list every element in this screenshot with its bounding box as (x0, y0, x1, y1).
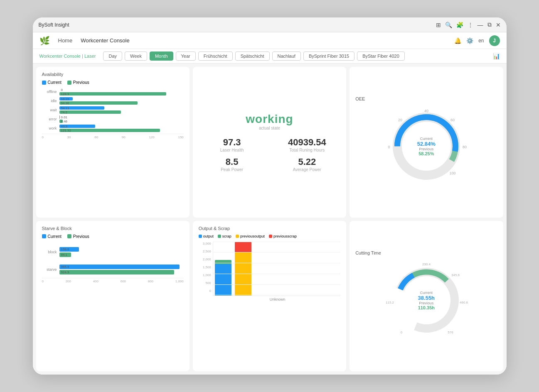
cutting-previous-val: 110.35h (418, 305, 435, 310)
legend-scrap: scrap (218, 234, 231, 238)
starve-x-axis: 02004006008001,000 (42, 278, 184, 283)
nav-bar: 🌿 Home Workcenter Console 🔔 ⚙️ en J (33, 32, 507, 49)
legend-current: Current (42, 80, 62, 85)
availability-chart: offline 0 128.9 idle 16.15 94.36 w (42, 88, 184, 139)
filter-week[interactable]: Week (125, 51, 147, 61)
avg-power-label: Average Power (273, 167, 340, 172)
cutting-previous-label: Previous (418, 301, 435, 305)
svg-text:0: 0 (401, 331, 403, 334)
availability-legend: Current Previous (42, 80, 184, 85)
laser-health-label: Laser Health (199, 148, 266, 152)
cutting-center: Current 38.55h Previous 110.35h (418, 290, 435, 310)
filter-bar: Workcenter Console | Laser Day Week Mont… (33, 49, 507, 64)
translate-icon[interactable]: ⊞ (436, 22, 441, 28)
total-running-val: 40939.54 (273, 137, 340, 148)
svg-text:115.2: 115.2 (386, 301, 394, 304)
bars-area (213, 242, 340, 296)
puzzle-icon[interactable]: 🧩 (456, 22, 463, 28)
bell-icon[interactable]: 🔔 (454, 37, 461, 44)
oee-previous-label: Previous (417, 147, 436, 151)
oee-previous-val: 58.25% (417, 151, 436, 156)
prevoutput-bar (235, 252, 251, 296)
filter-bystar[interactable]: ByStar Fiber 4020 (357, 51, 405, 61)
svg-text:80: 80 (463, 145, 467, 149)
starve-title: Starve & Block (42, 226, 184, 231)
starve-block-card: Starve & Block Current Previous block 15… (36, 221, 190, 372)
previous-dot (67, 81, 71, 85)
filter-bysprint[interactable]: BySprint Fiber 3015 (303, 51, 354, 61)
bar-row-error: error 0.01 4.46 (42, 115, 184, 123)
cutting-time-card: Cutting Time 230.4 345.6 460.8 576 0 115… (349, 221, 503, 372)
scrap-bar (215, 260, 231, 264)
more-icon[interactable]: ⋮ (468, 22, 473, 28)
status-state-wrap: working actual state (246, 113, 293, 137)
availability-card: Availability Current Previous offline 0 (36, 67, 190, 218)
cutting-donut: 230.4 345.6 460.8 576 0 115.2 Current 38… (385, 259, 468, 342)
total-running-metric: 40939.54 Total Runing Hours (273, 137, 340, 152)
svg-text:345.6: 345.6 (451, 273, 460, 277)
search-icon[interactable]: 🔍 (445, 22, 452, 28)
availability-title: Availability (42, 72, 184, 77)
bar-row-wait: wait 54.11 74.2 (42, 106, 184, 114)
bar-row-starve: starve 965.9 924.9 (42, 265, 184, 274)
starve-chart: block 159.6 94.1 starve 965.9 924.9 (42, 247, 184, 283)
filter-year[interactable]: Year (176, 51, 196, 61)
oee-card: OEE 40 60 80 100 20 0 (349, 67, 503, 218)
nav-logo: 🌿 (39, 36, 50, 46)
laser-health-val: 97.3 (199, 137, 266, 148)
svg-text:460.8: 460.8 (460, 301, 468, 304)
legend-previous: Previous (67, 80, 89, 85)
user-avatar[interactable]: J (489, 35, 500, 46)
filter-day[interactable]: Day (103, 51, 122, 61)
lang-label[interactable]: en (478, 38, 484, 44)
bar-row-work: work 43.3 121.32 (42, 125, 184, 132)
output-chart: Unknown (213, 242, 340, 300)
legend-prevoutput: previousoutput (236, 234, 265, 238)
status-card: working actual state 97.3 Laser Health 4… (193, 67, 346, 218)
status-state: working (246, 113, 293, 126)
filter-fruhschicht[interactable]: Frühschicht (198, 51, 233, 61)
avg-power-metric: 5.22 Average Power (273, 157, 340, 172)
legend-output: output (199, 234, 214, 238)
close-btn[interactable]: ✕ (496, 22, 501, 28)
x-axis: 0306090120150 (42, 134, 184, 139)
window-controls: ⊞ 🔍 🧩 ⋮ — ⧉ ✕ (436, 21, 501, 28)
nav-right: 🔔 ⚙️ en J (454, 35, 500, 46)
nav-home[interactable]: Home (58, 37, 73, 44)
oee-donut: 40 60 80 100 20 0 Current 52.84% Previou… (385, 105, 468, 188)
filter-spatschicht[interactable]: Spätschicht (235, 51, 270, 61)
current-dot (42, 81, 46, 85)
title-bar: BySoft Insight ⊞ 🔍 🧩 ⋮ — ⧉ ✕ (33, 17, 507, 32)
legend-prevscrap: previousscrap (269, 234, 297, 238)
minimize-btn[interactable]: — (477, 22, 483, 28)
output-bar (215, 264, 231, 296)
oee-current-label: Current (417, 137, 436, 141)
status-sub: actual state (246, 126, 293, 130)
maximize-btn[interactable]: ⧉ (487, 21, 492, 28)
prevscrap-bar (235, 242, 251, 252)
chart-toggle-icon[interactable]: 📊 (493, 53, 500, 59)
filter-month[interactable]: Month (150, 51, 173, 61)
bar-row-block: block 159.6 94.1 (42, 247, 184, 257)
laser-health-metric: 97.3 Laser Health (199, 137, 266, 152)
x-axis-label: Unknown (214, 296, 340, 301)
breadcrumb: Workcenter Console | Laser (39, 54, 96, 59)
metrics-grid: 97.3 Laser Health 40939.54 Total Runing … (199, 137, 340, 172)
dashboard: Availability Current Previous offline 0 (33, 64, 507, 375)
output-chart-area: 3,000 2,500 2,000 1,500 1,000 500 0 (199, 242, 340, 300)
filter-nachlauf[interactable]: Nachlauf (272, 51, 301, 61)
peak-power-metric: 8.5 Peak Power (199, 157, 266, 172)
app-title: BySoft Insight (39, 22, 69, 28)
nav-workcenter[interactable]: Workcenter Console (81, 37, 130, 44)
svg-text:230.4: 230.4 (422, 262, 431, 266)
starve-legend: Current Previous (42, 234, 184, 239)
peak-power-label: Peak Power (199, 167, 266, 172)
settings-icon[interactable]: ⚙️ (466, 37, 473, 44)
tablet-frame: BySoft Insight ⊞ 🔍 🧩 ⋮ — ⧉ ✕ 🌿 Home Work… (33, 17, 507, 375)
total-running-label: Total Runing Hours (273, 148, 340, 152)
svg-text:60: 60 (450, 118, 455, 122)
svg-text:100: 100 (449, 171, 455, 175)
svg-text:20: 20 (398, 118, 402, 122)
avg-power-val: 5.22 (273, 157, 340, 167)
svg-text:0: 0 (388, 145, 390, 149)
